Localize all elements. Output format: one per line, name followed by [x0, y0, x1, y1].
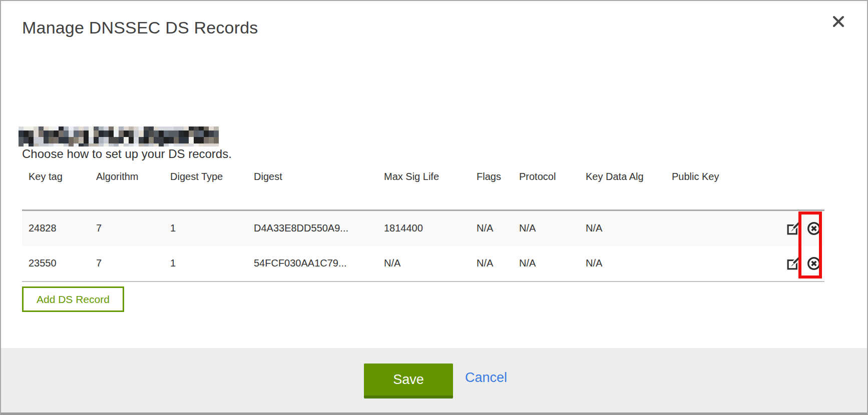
- redaction-pixel: [109, 126, 114, 130]
- redaction-pixel: [64, 144, 69, 146]
- redaction-pixel: [104, 126, 109, 130]
- redaction-pixel: [49, 126, 54, 130]
- redaction-pixel: [174, 137, 179, 144]
- redaction-pixel: [49, 137, 54, 144]
- redaction-pixel: [49, 130, 54, 137]
- redaction-pixel: [29, 137, 34, 144]
- redaction-pixel: [99, 137, 104, 144]
- redaction-pixel: [34, 126, 39, 130]
- cell-public-key: [665, 246, 780, 282]
- redaction-pixel: [154, 144, 159, 146]
- redaction-pixel: [19, 144, 24, 146]
- redaction-pixel: [19, 126, 24, 130]
- redaction-pixel: [44, 130, 49, 137]
- redaction-pixel: [214, 126, 219, 130]
- redaction-pixel: [194, 137, 199, 144]
- redaction-pixel: [169, 144, 174, 146]
- redaction-pixel: [129, 130, 134, 137]
- redaction-pixel: [19, 137, 24, 144]
- redaction-pixel: [114, 144, 119, 146]
- edit-record-icon[interactable]: [787, 222, 801, 236]
- redaction-pixel: [54, 144, 59, 146]
- redaction-pixel: [54, 130, 59, 137]
- redaction-pixel: [84, 126, 89, 130]
- redaction-pixel: [129, 137, 134, 144]
- cell-key-data-alg: N/A: [579, 210, 665, 246]
- redaction-pixel: [94, 126, 99, 130]
- redaction-pixel: [149, 130, 154, 137]
- redaction-pixel: [29, 130, 34, 137]
- redaction-pixel: [134, 137, 139, 144]
- redaction-pixel: [179, 144, 184, 146]
- redaction-pixel: [104, 144, 109, 146]
- redaction-pixel: [59, 126, 64, 130]
- redaction-pixel: [199, 126, 204, 130]
- col-header-protocol: Protocol: [513, 167, 579, 210]
- redaction-pixel: [134, 130, 139, 137]
- redaction-pixel: [79, 130, 84, 137]
- redaction-pixel: [154, 126, 159, 130]
- redaction-pixel: [39, 126, 44, 130]
- redacted-domain-name: [19, 126, 219, 146]
- col-header-algorithm: Algorithm: [90, 167, 164, 210]
- save-button[interactable]: Save: [364, 364, 453, 398]
- redaction-pixel: [174, 144, 179, 146]
- redaction-pixel: [204, 144, 209, 146]
- redaction-pixel: [174, 126, 179, 130]
- cancel-link[interactable]: Cancel: [465, 370, 507, 386]
- redaction-pixel: [129, 126, 134, 130]
- delete-record-icon[interactable]: [807, 222, 821, 236]
- redaction-pixel: [164, 126, 169, 130]
- redaction-pixel: [99, 130, 104, 137]
- redaction-pixel: [59, 130, 64, 137]
- col-header-max-sig-life: Max Sig Life: [377, 167, 470, 210]
- redaction-pixel: [124, 130, 129, 137]
- cell-digest: 54FCF030AA1C79...: [247, 246, 377, 282]
- cell-key-tag: 24828: [22, 210, 90, 246]
- close-button[interactable]: [830, 14, 847, 31]
- redaction-pixel: [139, 126, 144, 130]
- redaction-pixel: [64, 126, 69, 130]
- modal-footer: Save Cancel: [1, 348, 867, 412]
- cell-algorithm: 7: [90, 210, 164, 246]
- redaction-pixel: [24, 137, 29, 144]
- redaction-pixel: [159, 126, 164, 130]
- redaction-pixel: [69, 144, 74, 146]
- redaction-pixel: [149, 126, 154, 130]
- redaction-pixel: [159, 144, 164, 146]
- add-ds-record-button[interactable]: Add DS Record: [22, 286, 124, 312]
- redaction-pixel: [49, 144, 54, 146]
- redaction-pixel: [39, 137, 44, 144]
- redaction-pixel: [59, 137, 64, 144]
- redaction-pixel: [199, 130, 204, 137]
- redaction-pixel: [194, 144, 199, 146]
- redaction-pixel: [189, 144, 194, 146]
- table-row: 23550 7 1 54FCF030AA1C79... N/A N/A N/A …: [22, 246, 824, 282]
- redaction-pixel: [214, 144, 219, 146]
- redaction-pixel: [94, 137, 99, 144]
- redaction-pixel: [19, 130, 24, 137]
- cell-public-key: [665, 210, 780, 246]
- delete-record-icon[interactable]: [807, 256, 821, 270]
- redaction-pixel: [104, 137, 109, 144]
- redaction-pixel: [89, 126, 94, 130]
- ds-records-table: Key tag Algorithm Digest Type Digest Max…: [22, 167, 824, 282]
- redaction-pixel: [124, 126, 129, 130]
- redaction-pixel: [144, 126, 149, 130]
- edit-record-icon[interactable]: [787, 256, 801, 270]
- redaction-pixel: [69, 126, 74, 130]
- redaction-pixel: [184, 126, 189, 130]
- redaction-pixel: [79, 144, 84, 146]
- redaction-pixel: [199, 137, 204, 144]
- cell-digest-type: 1: [164, 210, 247, 246]
- col-header-flags: Flags: [470, 167, 513, 210]
- redaction-pixel: [209, 137, 214, 144]
- cell-digest-type: 1: [164, 246, 247, 282]
- redaction-pixel: [159, 137, 164, 144]
- redaction-pixel: [99, 126, 104, 130]
- redaction-pixel: [199, 144, 204, 146]
- cell-protocol: N/A: [513, 210, 579, 246]
- redaction-pixel: [194, 130, 199, 137]
- redaction-pixel: [24, 144, 29, 146]
- instruction-text: Choose how to set up your DS records.: [22, 147, 232, 161]
